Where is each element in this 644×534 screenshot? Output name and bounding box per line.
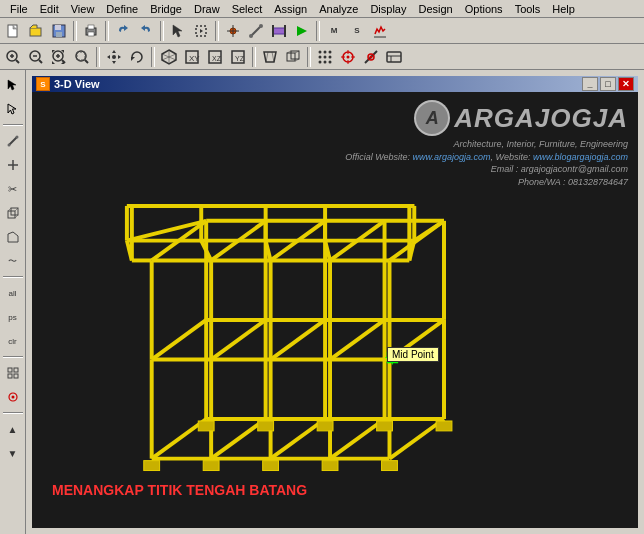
snap-line-btn[interactable] [360, 46, 382, 68]
svg-point-70 [319, 60, 322, 63]
menu-display[interactable]: Display [364, 2, 412, 16]
menu-assign[interactable]: Assign [268, 2, 313, 16]
sep1 [73, 21, 77, 41]
section-btn[interactable] [268, 20, 290, 42]
lt-frame[interactable] [2, 130, 24, 152]
zoom-out-btn[interactable] [25, 46, 47, 68]
svg-rect-17 [273, 28, 285, 34]
wireframe-btn[interactable] [282, 46, 304, 68]
sap-icon: S [36, 77, 50, 91]
svg-marker-40 [112, 50, 116, 53]
menu-tools[interactable]: Tools [509, 2, 547, 16]
svg-marker-56 [264, 52, 276, 62]
rotate-btn[interactable] [126, 46, 148, 68]
menu-draw[interactable]: Draw [188, 2, 226, 16]
sep3 [160, 21, 164, 41]
print-button[interactable] [80, 20, 102, 42]
menu-options[interactable]: Options [459, 2, 509, 16]
frame-btn[interactable] [245, 20, 267, 42]
menu-select[interactable]: Select [226, 2, 269, 16]
menu-design[interactable]: Design [412, 2, 458, 16]
svg-marker-42 [107, 55, 110, 59]
svg-rect-4 [56, 32, 62, 37]
svg-rect-173 [258, 421, 274, 431]
pan-btn[interactable] [103, 46, 125, 68]
snap-grid-btn[interactable] [314, 46, 336, 68]
svg-rect-99 [14, 368, 18, 372]
svg-line-25 [16, 60, 19, 63]
sep5 [316, 21, 320, 41]
menu-define[interactable]: Define [100, 2, 144, 16]
redo-button[interactable] [135, 20, 157, 42]
left-toolbar: ✂ 〜 all ps clr ▲ ▼ [0, 70, 26, 534]
svg-line-58 [272, 52, 274, 62]
svg-line-28 [39, 60, 42, 63]
3d-view-btn[interactable] [158, 46, 180, 68]
open-button[interactable] [25, 20, 47, 42]
new-button[interactable] [2, 20, 24, 42]
menu-bridge[interactable]: Bridge [144, 2, 188, 16]
define-sections[interactable]: S [346, 20, 368, 42]
svg-rect-7 [88, 32, 94, 36]
perspective-btn[interactable] [259, 46, 281, 68]
run-analysis[interactable] [291, 20, 313, 42]
define-materials[interactable]: M [323, 20, 345, 42]
close-btn[interactable]: ✕ [618, 77, 634, 91]
svg-rect-174 [317, 421, 333, 431]
lt-extrude[interactable] [2, 202, 24, 224]
view-content[interactable]: .struct { stroke: #e8d000; stroke-width:… [30, 92, 640, 530]
save-button[interactable] [48, 20, 70, 42]
lt-label-clr[interactable]: clr [2, 330, 24, 352]
minimize-btn[interactable]: _ [582, 77, 598, 91]
elevation-yz-btn[interactable]: YZ [227, 46, 249, 68]
svg-point-15 [249, 34, 253, 38]
lt-cut[interactable]: ✂ [2, 178, 24, 200]
rubber-select[interactable] [190, 20, 212, 42]
svg-marker-8 [173, 25, 182, 37]
menu-help[interactable]: Help [546, 2, 581, 16]
lt-ps-label: ps [8, 313, 16, 322]
svg-rect-170 [203, 461, 219, 471]
svg-line-125 [211, 320, 265, 360]
elevation-xz-btn[interactable]: XZ [204, 46, 226, 68]
menu-analyze[interactable]: Analyze [313, 2, 364, 16]
lt-pointer2[interactable] [2, 98, 24, 120]
undo-button[interactable] [112, 20, 134, 42]
menu-view[interactable]: View [65, 2, 101, 16]
snap-point-btn[interactable] [337, 46, 359, 68]
svg-point-71 [324, 60, 327, 63]
lt-snap[interactable] [2, 386, 24, 408]
svg-point-88 [7, 144, 10, 147]
lt-up[interactable]: ▲ [2, 418, 24, 440]
select-pointer[interactable] [167, 20, 189, 42]
menu-edit[interactable]: Edit [34, 2, 65, 16]
svg-point-69 [329, 55, 332, 58]
maximize-btn[interactable]: □ [600, 77, 616, 91]
structure-svg: .struct { stroke: #e8d000; stroke-width:… [32, 92, 638, 528]
plan-view-btn[interactable]: XY [181, 46, 203, 68]
lt-pointer[interactable] [2, 74, 24, 96]
lt-mesh[interactable] [2, 362, 24, 384]
show-forces[interactable] [369, 20, 391, 42]
lt-cross[interactable] [2, 154, 24, 176]
lt-spring[interactable]: 〜 [2, 250, 24, 272]
lt-sep3 [3, 356, 23, 358]
sep2 [105, 21, 109, 41]
zoom-in-btn[interactable] [2, 46, 24, 68]
zoom-all-btn[interactable] [48, 46, 70, 68]
lt-down[interactable]: ▼ [2, 442, 24, 464]
svg-line-39 [85, 60, 88, 63]
svg-marker-10 [200, 29, 203, 33]
svg-rect-167 [382, 461, 398, 471]
main-area: ✂ 〜 all ps clr ▲ ▼ S [0, 70, 644, 534]
lt-label-all[interactable]: all [2, 282, 24, 304]
lt-area[interactable] [2, 226, 24, 248]
lt-label-ps[interactable]: ps [2, 306, 24, 328]
svg-text:XY: XY [189, 54, 200, 63]
sep7 [151, 47, 155, 67]
menu-file[interactable]: File [4, 2, 34, 16]
svg-point-68 [324, 55, 327, 58]
properties-btn[interactable] [383, 46, 405, 68]
joint-btn[interactable] [222, 20, 244, 42]
zoom-window-btn[interactable] [71, 46, 93, 68]
